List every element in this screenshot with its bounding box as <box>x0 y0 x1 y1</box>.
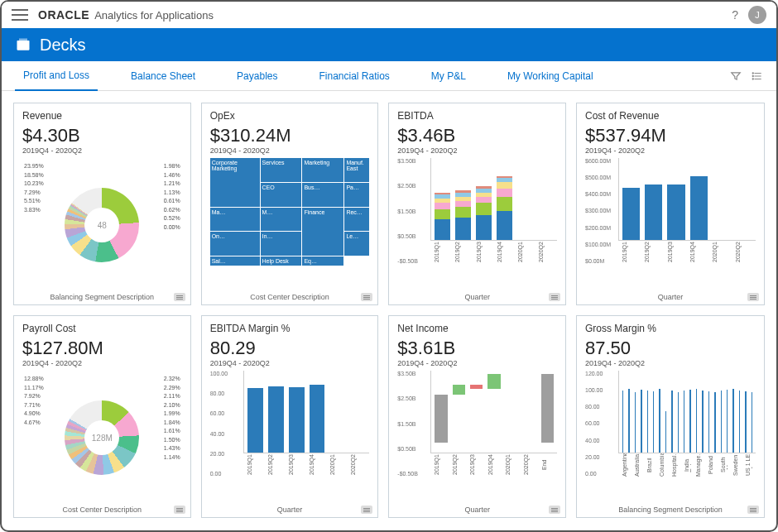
svg-rect-0 <box>17 41 30 50</box>
card-footer: Cost Center Description <box>210 293 370 301</box>
card-value: $4.30B <box>22 125 182 146</box>
card-footer: Quarter <box>397 293 557 301</box>
card-range: 2019Q4 - 2020Q2 <box>397 146 557 155</box>
card-cost_of_revenue: Cost of Revenue $537.94M 2019Q4 - 2020Q2… <box>576 103 765 305</box>
card-range: 2019Q4 - 2020Q2 <box>585 359 756 367</box>
card-title: EBITDA Margin % <box>210 323 370 334</box>
card-title: EBITDA <box>397 110 557 122</box>
card-title: OpEx <box>210 110 370 122</box>
card-menu-icon[interactable] <box>549 506 560 514</box>
card-footer: Balancing Segment Description <box>22 293 182 301</box>
card-title: Payroll Cost <box>22 323 182 334</box>
cards-grid: Revenue $4.30B 2019Q4 - 2020Q2 4823.95%1… <box>2 91 776 530</box>
treemap-cell[interactable]: Ma… <box>210 208 260 232</box>
page-title: Decks <box>40 36 86 55</box>
card-opex: OpEx $310.24M 2019Q4 - 2020Q2 Corporate … <box>201 103 379 305</box>
card-value: $3.46B <box>397 125 557 146</box>
card-chart: 4823.95%18.58%10.23%7.29%5.51%3.83%1.98%… <box>22 158 182 292</box>
card-value: $310.24M <box>210 125 370 146</box>
treemap-cell[interactable]: Finance <box>302 208 343 256</box>
treemap-cell[interactable]: Help Desk <box>261 256 302 266</box>
treemap-cell[interactable]: Rec… <box>344 208 369 232</box>
product-name: Analytics for Applications <box>94 9 214 22</box>
card-range: 2019Q4 - 2020Q2 <box>397 359 557 367</box>
treemap-cell[interactable]: Manuf. East <box>344 158 369 182</box>
hamburger-menu-icon[interactable] <box>12 9 28 21</box>
card-net_income: Net Income $3.61B 2019Q4 - 2020Q2 $3.50B… <box>388 315 566 518</box>
card-menu-icon[interactable] <box>747 293 759 301</box>
card-range: 2019Q4 - 2020Q2 <box>22 146 182 155</box>
svg-rect-1 <box>19 39 27 41</box>
card-value: 87.50 <box>585 338 756 359</box>
card-ebitda_margin: EBITDA Margin % 80.29 2019Q4 - 2020Q2 10… <box>201 315 379 518</box>
card-menu-icon[interactable] <box>747 506 759 514</box>
filter-icon[interactable] <box>730 70 742 82</box>
card-title: Revenue <box>22 110 182 122</box>
card-value: $537.94M <box>585 125 756 146</box>
svg-point-5 <box>752 72 753 73</box>
page-header: Decks <box>2 28 776 61</box>
card-footer: Quarter <box>397 506 557 514</box>
tab-profit-and-loss[interactable]: Profit and Loss <box>15 61 98 91</box>
card-range: 2019Q4 - 2020Q2 <box>22 359 182 367</box>
tab-payables[interactable]: Payables <box>228 61 286 91</box>
card-chart: Corporate MarketingServicesMarketingManu… <box>210 158 370 292</box>
tab-my-p-l[interactable]: My P&L <box>423 61 474 91</box>
card-range: 2019Q4 - 2020Q2 <box>210 359 370 367</box>
treemap-cell[interactable]: Corporate Marketing <box>210 158 260 207</box>
tab-balance-sheet[interactable]: Balance Sheet <box>122 61 204 91</box>
card-title: Gross Margin % <box>585 323 756 334</box>
avatar[interactable]: J <box>748 6 766 24</box>
treemap-cell[interactable]: In… <box>261 232 302 256</box>
treemap-cell[interactable]: Marketing <box>302 158 343 182</box>
card-chart: $3.50B$2.50B$1.50B$0.50B-$0.50B2019Q1201… <box>397 158 557 292</box>
card-chart: 100.0080.0060.0040.0020.000.002019Q12019… <box>210 371 370 505</box>
topbar: ORACLE Analytics for Applications ? J <box>2 2 776 28</box>
card-footer: Cost Center Description <box>22 506 182 514</box>
card-menu-icon[interactable] <box>549 293 560 301</box>
card-title: Net Income <box>397 323 557 334</box>
card-value: 80.29 <box>210 338 370 359</box>
card-value: $127.80M <box>22 338 182 359</box>
treemap-cell[interactable]: Pa… <box>344 183 369 207</box>
card-menu-icon[interactable] <box>361 506 372 514</box>
svg-point-7 <box>752 78 753 79</box>
treemap-cell[interactable]: Sal… <box>210 256 260 266</box>
card-chart: 128M12.88%11.17%7.92%7.71%4.90%4.67%2.32… <box>22 371 182 505</box>
card-chart: 120.00100.0080.0060.0040.0020.000.00Arge… <box>585 371 756 505</box>
card-menu-icon[interactable] <box>174 506 185 514</box>
card-range: 2019Q4 - 2020Q2 <box>210 146 370 155</box>
card-menu-icon[interactable] <box>174 293 185 301</box>
treemap-cell[interactable]: Le… <box>344 232 369 256</box>
card-ebitda: EBITDA $3.46B 2019Q4 - 2020Q2 $3.50B$2.5… <box>388 103 566 305</box>
card-chart: $600.00M$500.00M$400.00M$300.00M$200.00M… <box>585 158 756 292</box>
card-payroll_cost: Payroll Cost $127.80M 2019Q4 - 2020Q2 12… <box>13 315 191 518</box>
brand-logo: ORACLE <box>38 8 89 22</box>
treemap-cell[interactable]: Services <box>261 158 302 182</box>
card-title: Cost of Revenue <box>585 110 756 122</box>
card-range: 2019Q4 - 2020Q2 <box>585 146 756 155</box>
treemap-cell[interactable]: Bus… <box>302 183 343 207</box>
tabs-bar: Profit and LossBalance SheetPayablesFina… <box>2 61 776 91</box>
help-icon[interactable]: ? <box>732 8 738 22</box>
card-revenue: Revenue $4.30B 2019Q4 - 2020Q2 4823.95%1… <box>13 103 191 305</box>
tab-my-working-capital[interactable]: My Working Capital <box>499 61 602 91</box>
treemap-cell[interactable]: Eq… <box>302 256 343 266</box>
card-value: $3.61B <box>397 338 557 359</box>
card-menu-icon[interactable] <box>361 293 372 301</box>
treemap-cell[interactable]: CEO <box>261 183 302 207</box>
card-footer: Quarter <box>585 293 756 301</box>
decks-icon <box>15 36 31 53</box>
treemap-cell[interactable]: On… <box>210 232 260 256</box>
svg-point-6 <box>752 75 753 76</box>
card-footer: Balancing Segment Description <box>585 506 756 514</box>
card-footer: Quarter <box>210 506 370 514</box>
treemap-cell[interactable]: M… <box>261 208 302 232</box>
card-chart: $3.50B$2.50B$1.50B$0.50B-$0.50B2019Q1201… <box>397 371 557 505</box>
tab-financial-ratios[interactable]: Financial Ratios <box>310 61 397 91</box>
list-icon[interactable] <box>752 70 763 82</box>
card-gross_margin: Gross Margin % 87.50 2019Q4 - 2020Q2 120… <box>576 315 765 518</box>
